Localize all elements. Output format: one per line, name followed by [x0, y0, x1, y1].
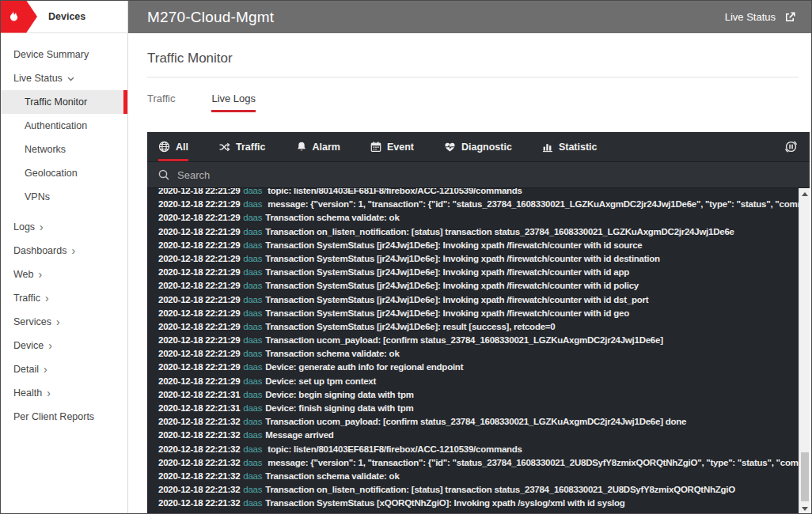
sidebar-item-traffic-monitor[interactable]: Traffic Monitor — [1, 90, 127, 114]
log-source: daas — [243, 471, 262, 481]
chevron-right-icon: › — [48, 334, 52, 357]
log-row: 2020-12-18 22:21:32daasTransaction on_li… — [158, 483, 799, 497]
log-row: 2020-12-18 22:21:29daasTransaction Syste… — [158, 239, 799, 252]
log-message: Device: begin signing data with tpm — [265, 390, 413, 399]
filter-label: Event — [387, 142, 414, 153]
log-message: Transaction schema validate: ok — [265, 471, 399, 481]
log-row: 2020-12-18 22:21:29daasTransaction Syste… — [158, 307, 799, 320]
log-source: daas — [243, 267, 262, 277]
sidebar-item-services[interactable]: Services› — [1, 310, 127, 334]
log-row: 2020-12-18 22:21:29daasTransaction Syste… — [158, 279, 799, 293]
filter-tab-statistic[interactable]: Statistic — [542, 132, 598, 161]
sidebar-item-logs[interactable]: Logs› — [1, 215, 127, 239]
sidebar-item-geolocation[interactable]: Geolocation — [1, 161, 127, 185]
pause-live-button[interactable] — [784, 132, 799, 161]
filter-label: Statistic — [559, 142, 598, 153]
chevron-right-icon: › — [71, 239, 75, 263]
log-source: daas — [243, 376, 262, 386]
log-row: 2020-12-18 22:21:29daas topic: listen/80… — [158, 188, 799, 198]
log-message: Device: finish signing data with tpm — [265, 403, 413, 413]
log-timestamp: 2020-12-18 22:21:31 — [158, 390, 240, 399]
sidebar-item-authentication[interactable]: Authentication — [1, 114, 127, 138]
log-message: Transaction SystemStatus [jr24Jwj1De6e]:… — [265, 322, 555, 331]
sidebar-item-device-summary[interactable]: Device Summary — [1, 43, 127, 66]
brand-row: Devices — [1, 1, 127, 33]
vertical-scrollbar[interactable] — [799, 188, 810, 514]
log-timestamp: 2020-12-18 22:21:29 — [158, 308, 240, 318]
sidebar-item-networks[interactable]: Networks — [1, 138, 127, 161]
log-source: daas — [243, 295, 262, 304]
log-source: daas — [243, 349, 262, 358]
log-source: daas — [243, 240, 262, 250]
sidebar-item-web[interactable]: Web› — [1, 263, 127, 286]
log-message: Device: set up tpm context — [265, 376, 376, 386]
log-timestamp: 2020-12-18 22:21:29 — [158, 376, 240, 386]
log-source: daas — [243, 390, 262, 399]
bell-icon — [296, 141, 307, 153]
filter-tab-traffic[interactable]: Traffic — [218, 132, 266, 161]
filter-tab-event[interactable]: Event — [370, 132, 414, 161]
sidebar-item-device[interactable]: Device› — [1, 334, 127, 357]
vertical-scrollbar-thumb[interactable] — [801, 452, 809, 501]
external-link-icon — [784, 10, 797, 24]
log-timestamp: 2020-12-18 22:21:32 — [158, 498, 240, 508]
scroll-down-button[interactable] — [799, 503, 810, 514]
sidebar-item-traffic[interactable]: Traffic› — [1, 286, 127, 310]
sidebar-item-health[interactable]: Health› — [1, 381, 127, 405]
active-indicator — [123, 90, 127, 114]
sidebar-item-detail[interactable]: Detail› — [1, 357, 127, 381]
main-area: M270-Cloud-Mgmt Live Status Traffic Moni… — [128, 1, 811, 513]
log-source: daas — [243, 403, 262, 413]
bar-chart-icon — [542, 142, 553, 153]
chevron-right-icon: › — [40, 215, 44, 239]
search-input[interactable] — [177, 169, 799, 181]
log-message: Transaction schema validate: ok — [265, 213, 399, 222]
log-row: 2020-12-18 22:21:29daasTransaction Syste… — [158, 320, 799, 334]
filter-tab-alarm[interactable]: Alarm — [296, 132, 340, 161]
log-source: daas — [243, 227, 262, 236]
scroll-up-button[interactable] — [799, 188, 810, 199]
log-row: 2020-12-18 22:21:29daasTransaction Syste… — [158, 293, 799, 307]
log-timestamp: 2020-12-18 22:21:29 — [158, 267, 240, 277]
log-source: daas — [243, 199, 262, 209]
log-source: daas — [243, 322, 262, 331]
chevron-right-icon: › — [45, 286, 49, 310]
filter-tab-diagnostic[interactable]: Diagnostic — [444, 132, 512, 161]
sidebar-item-live-status[interactable]: Live Status — [1, 66, 127, 90]
log-timestamp: 2020-12-18 22:21:32 — [158, 430, 240, 440]
log-timestamp: 2020-12-18 22:21:29 — [158, 227, 240, 236]
log-timestamp: 2020-12-18 22:21:32 — [158, 417, 240, 426]
log-source: daas — [243, 458, 262, 467]
app-window: Devices Device Summary Live Status Traff… — [0, 0, 812, 514]
chevron-right-icon: › — [38, 263, 42, 286]
content: Traffic Monitor Traffic Live Logs All — [128, 33, 811, 513]
log-viewport: 2020-12-18 22:21:29daas topic: listen/80… — [147, 188, 810, 514]
log-message: Transaction SystemStatus [jr24Jwj1De6e]:… — [265, 281, 639, 290]
sidebar-item-dashboards[interactable]: Dashboards› — [1, 239, 127, 263]
log-message: Transaction SystemStatus [jr24Jwj1De6e]:… — [265, 295, 648, 304]
sidebar-item-vpns[interactable]: VPNs — [1, 185, 127, 209]
log-timestamp: 2020-12-18 22:21:32 — [158, 485, 240, 494]
log-source: daas — [243, 213, 262, 222]
sidebar-item-per-client-reports[interactable]: Per Client Reports — [1, 405, 127, 429]
search-icon — [157, 168, 170, 181]
tab-traffic[interactable]: Traffic — [147, 93, 175, 112]
log-timestamp: 2020-12-18 22:21:29 — [158, 322, 240, 331]
filter-tab-all[interactable]: All — [158, 132, 188, 161]
log-source: daas — [243, 485, 262, 494]
triangle-down-icon — [802, 507, 808, 511]
triangle-up-icon — [802, 192, 808, 196]
sidebar-nav: Device Summary Live Status Traffic Monit… — [1, 33, 127, 429]
log-source: daas — [243, 430, 262, 440]
log-message: topic: listen/801403EF681F8/firebox/ACC-… — [265, 444, 522, 454]
chevron-right-icon: › — [56, 310, 60, 334]
log-row: 2020-12-18 22:21:31daasDevice: finish si… — [158, 402, 799, 415]
log-row: 2020-12-18 22:21:29daasTransaction on_li… — [158, 225, 799, 239]
heart-pulse-icon — [444, 142, 456, 153]
log-timestamp: 2020-12-18 22:21:29 — [158, 188, 240, 195]
log-timestamp: 2020-12-18 22:21:31 — [158, 403, 240, 413]
flame-icon — [7, 10, 19, 23]
live-status-link[interactable]: Live Status — [725, 10, 797, 24]
chevron-down-icon — [67, 77, 74, 81]
tab-live-logs[interactable]: Live Logs — [211, 93, 256, 112]
